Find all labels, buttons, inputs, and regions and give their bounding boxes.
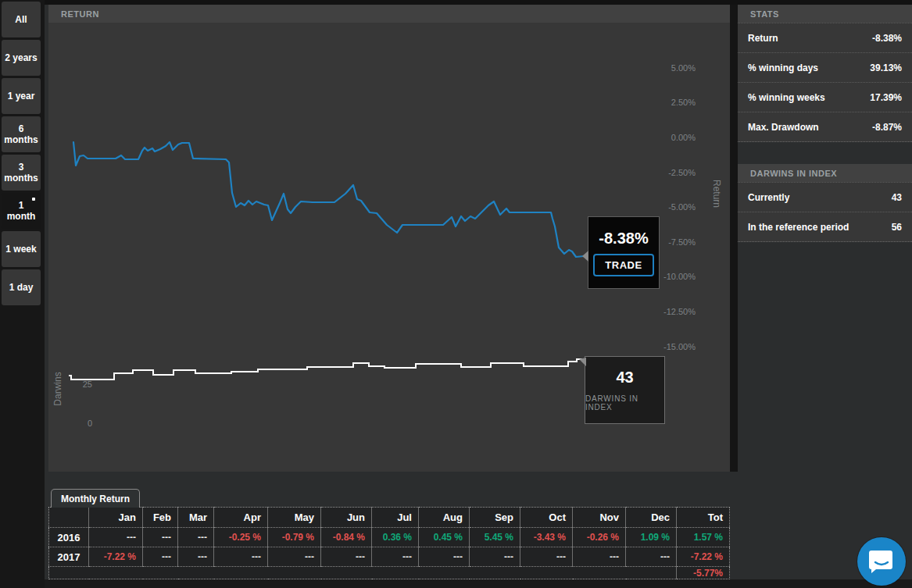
monthly-cell: -0.26 %	[573, 528, 626, 547]
monthly-cell: ---	[520, 547, 573, 567]
stat-label: % winning days	[748, 62, 818, 73]
chat-bubble-icon	[868, 549, 895, 574]
stat-value: 56	[892, 222, 902, 233]
tooltip-arrow-icon	[579, 358, 586, 366]
selected-dot	[32, 198, 35, 201]
stats-panel-title: STATS	[738, 5, 912, 23]
trade-button[interactable]: TRADE	[593, 254, 653, 276]
darwins-row-currently: Currently 43	[738, 182, 912, 212]
monthly-col-header: Jun	[321, 508, 372, 528]
tab-monthly-return[interactable]: Monthly Return	[51, 489, 140, 508]
stat-row-max-drawdown: Max. Drawdown -8.87%	[738, 112, 912, 141]
period-button-1-year[interactable]: 1 year	[2, 78, 41, 114]
darwins-step-series	[69, 359, 582, 380]
axis-tick: -2.50%	[633, 167, 696, 178]
axis-tick: 2.50%	[633, 97, 696, 108]
darwins-in-index-panel: DARWINS IN INDEX Currently 43 In the ref…	[738, 164, 912, 242]
monthly-col-header: Apr	[214, 508, 268, 528]
return-axis-label: Return	[711, 180, 722, 208]
monthly-cell: ---	[89, 528, 143, 547]
stat-value: -8.38%	[872, 33, 902, 44]
stat-label: In the reference period	[748, 222, 849, 233]
monthly-cell: ---	[321, 547, 372, 567]
monthly-row-2017: 2017-7.22 %-----------------------------…	[49, 547, 730, 567]
monthly-col-header: Mar	[178, 508, 214, 528]
monthly-return-table: JanFebMarAprMayJunJulAugSepOctNovDecTot …	[48, 507, 730, 579]
monthly-col-header: Tot	[677, 508, 730, 528]
stat-value: 17.39%	[870, 92, 902, 103]
year-label: 2017	[49, 547, 89, 567]
stat-row-winning-days: % winning days 39.13%	[738, 52, 912, 82]
period-button-2-years[interactable]: 2 years	[2, 40, 41, 76]
darwins-tooltip: 43 DARWINS IN INDEX	[585, 356, 665, 424]
axis-tick: 0.00%	[633, 132, 696, 143]
monthly-return-table-wrap: JanFebMarAprMayJunJulAugSepOctNovDecTot …	[48, 507, 730, 579]
monthly-cell: 5.45 %	[470, 528, 520, 547]
monthly-cell: -7.22 %	[89, 547, 143, 567]
period-sidebar: All2 years1 year6 months3 months1 month1…	[1, 2, 43, 308]
period-button-6-months[interactable]: 6 months	[2, 116, 41, 152]
stat-value: -8.87%	[872, 122, 902, 133]
monthly-col-header: Oct	[520, 508, 573, 528]
tooltip-arrow-icon	[582, 251, 588, 262]
monthly-cell: ---	[178, 547, 214, 567]
darwins-row-reference-period: In the reference period 56	[738, 212, 912, 241]
stat-value: 43	[892, 192, 902, 203]
monthly-col-header: Sep	[470, 508, 520, 528]
monthly-row-2016: 2016----------0.25 %-0.79 %-0.84 %0.36 %…	[49, 528, 730, 547]
stat-label: % winning weeks	[748, 92, 825, 103]
darwins-tooltip-value: 43	[616, 369, 633, 387]
stat-label: Currently	[748, 192, 789, 203]
monthly-cell: ---	[143, 547, 178, 567]
stat-label: Max. Drawdown	[748, 122, 819, 133]
period-button-1-month[interactable]: 1 month	[2, 193, 41, 229]
monthly-col-header: Jul	[372, 508, 419, 528]
monthly-cell: -0.84 %	[321, 528, 372, 547]
panel-gap	[730, 5, 738, 472]
monthly-cell: ---	[372, 547, 419, 567]
axis-tick: 25	[48, 379, 92, 390]
axis-tick: -15.00%	[633, 341, 696, 352]
grand-total-value: -5.77%	[677, 567, 730, 579]
monthly-header-row: JanFebMarAprMayJunJulAugSepOctNovDecTot	[49, 508, 730, 528]
monthly-col-header: Feb	[143, 508, 178, 528]
period-button-1-day[interactable]: 1 day	[2, 269, 41, 305]
monthly-tbody: 2016----------0.25 %-0.79 %-0.84 %0.36 %…	[49, 528, 730, 579]
stat-value: 39.13%	[870, 62, 902, 73]
monthly-cell: ---	[470, 547, 520, 567]
monthly-grand-total-row: -5.77%	[49, 567, 730, 579]
monthly-cell: 0.36 %	[372, 528, 419, 547]
bottom-margin	[45, 579, 912, 588]
monthly-cell: -3.43 %	[520, 528, 573, 547]
monthly-cell: ---	[268, 547, 321, 567]
grand-total-spacer	[49, 567, 677, 579]
monthly-cell: -7.22 %	[677, 547, 730, 567]
monthly-cell: 1.09 %	[626, 528, 677, 547]
year-label: 2016	[49, 528, 89, 547]
chat-launcher-button[interactable]	[857, 537, 906, 586]
monthly-col-header	[49, 508, 89, 528]
return-tooltip-value: -8.38%	[599, 230, 648, 248]
monthly-col-header: Jan	[89, 508, 143, 528]
monthly-cell: 1.57 %	[677, 528, 730, 547]
monthly-col-header: Nov	[573, 508, 626, 528]
period-button-1-week[interactable]: 1 week	[2, 231, 41, 267]
monthly-cell: ---	[214, 547, 268, 567]
stat-row-return: Return -8.38%	[738, 23, 912, 52]
period-button-all[interactable]: All	[2, 2, 41, 37]
axis-tick: 5.00%	[633, 62, 696, 73]
monthly-col-header: May	[268, 508, 321, 528]
axis-tick: -5.00%	[633, 201, 696, 212]
monthly-cell: -0.25 %	[214, 528, 268, 547]
axis-tick: -12.50%	[633, 306, 696, 317]
monthly-cell: ---	[626, 547, 677, 567]
axis-tick: 0	[48, 418, 92, 429]
period-button-3-months[interactable]: 3 months	[2, 155, 41, 191]
monthly-col-header: Aug	[419, 508, 470, 528]
darwins-tooltip-label: DARWINS IN INDEX	[585, 394, 664, 412]
monthly-cell: ---	[573, 547, 626, 567]
stat-label: Return	[748, 33, 778, 44]
monthly-cell: ---	[419, 547, 470, 567]
monthly-cell: ---	[143, 528, 178, 547]
monthly-cell: 0.45 %	[419, 528, 470, 547]
